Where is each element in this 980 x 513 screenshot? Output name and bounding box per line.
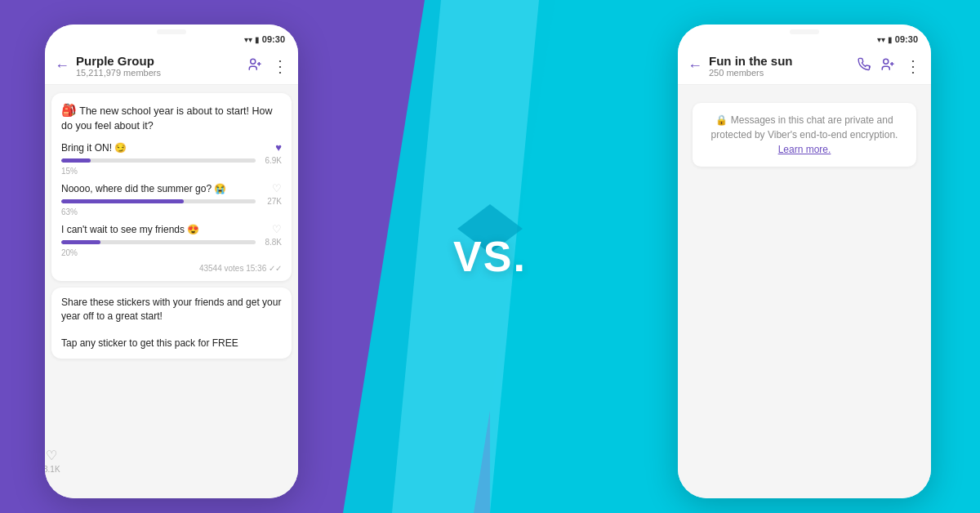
- left-chat-header: ← Purple Group 15,211,979 members ⋮: [45, 47, 298, 85]
- sticker-card: Share these stickers with your friends a…: [51, 288, 292, 359]
- right-battery-icon: ▮: [888, 35, 893, 44]
- poll-bar-3: [61, 240, 100, 244]
- left-back-button[interactable]: ←: [55, 57, 69, 74]
- encryption-icon: 🔒: [715, 114, 728, 126]
- poll-question: 🎒 The new school year is about to start!…: [61, 101, 282, 133]
- left-status-icons: ▾▾ ▮ 09:30: [244, 34, 285, 44]
- encryption-text: Messages in this chat are private and pr…: [711, 114, 898, 141]
- poll-count-2: 27K: [259, 197, 282, 206]
- battery-icon: ▮: [255, 35, 260, 44]
- left-status-bar: ▾▾ ▮ 09:30: [45, 25, 298, 47]
- more-options-icon[interactable]: ⋮: [272, 56, 288, 76]
- right-header-info: Fun in the sun 250 members: [709, 54, 850, 78]
- right-phone: ▾▾ ▮ 09:30 ← Fun in the sun 250 members: [678, 25, 931, 498]
- right-time: 09:30: [895, 34, 918, 44]
- right-add-member-icon[interactable]: [880, 57, 895, 75]
- poll-percent-2: 63%: [61, 207, 282, 216]
- poll-bar-2: [61, 199, 184, 203]
- right-header-actions: ⋮: [857, 56, 921, 76]
- poll-option-2-label: Noooo, where did the summer go? 😭: [61, 183, 226, 194]
- poll-card: 🎒 The new school year is about to start!…: [51, 93, 292, 281]
- like-float[interactable]: ♡ 3.1K: [45, 448, 60, 474]
- poll-like-2[interactable]: ♡: [272, 182, 282, 194]
- like-float-count: 3.1K: [45, 465, 60, 474]
- poll-percent-1: 15%: [61, 167, 282, 176]
- left-header-info: Purple Group 15,211,979 members: [76, 54, 241, 78]
- left-chat-subtitle: 15,211,979 members: [76, 68, 241, 78]
- svg-point-6: [884, 59, 889, 64]
- right-more-options-icon[interactable]: ⋮: [905, 56, 921, 76]
- call-icon[interactable]: [857, 57, 871, 74]
- poll-option-3-label: I can't wait to see my friends 😍: [61, 224, 199, 235]
- poll-like-1[interactable]: ♥: [275, 141, 282, 154]
- poll-option-1[interactable]: Bring it ON! 😏 ♥ 6.9K 15%: [61, 141, 282, 176]
- left-chat-title: Purple Group: [76, 54, 241, 68]
- right-wifi-icon: ▾▾: [877, 35, 885, 44]
- notch: [157, 29, 186, 34]
- left-chat-body: 🎒 The new school year is about to start!…: [45, 85, 298, 498]
- sticker-text: Share these stickers with your friends a…: [61, 296, 282, 350]
- right-status-icons: ▾▾ ▮ 09:30: [877, 34, 918, 44]
- svg-point-3: [251, 59, 256, 64]
- left-header-actions: ⋮: [247, 56, 288, 76]
- right-notch: [790, 29, 819, 34]
- right-chat-header: ← Fun in the sun 250 members ⋮: [678, 47, 931, 85]
- right-chat-subtitle: 250 members: [709, 68, 850, 78]
- right-chat-title: Fun in the sun: [709, 54, 850, 68]
- poll-percent-3: 20%: [61, 248, 282, 257]
- add-member-icon[interactable]: [247, 57, 262, 75]
- learn-more-link[interactable]: Learn more.: [778, 144, 831, 155]
- encryption-notice: 🔒 Messages in this chat are private and …: [693, 103, 916, 167]
- vs-label: VS.: [453, 232, 527, 281]
- poll-option-2[interactable]: Noooo, where did the summer go? 😭 ♡ 27K …: [61, 182, 282, 216]
- right-chat-body: 🔒 Messages in this chat are private and …: [678, 85, 931, 498]
- wifi-icon: ▾▾: [244, 35, 252, 44]
- poll-count-1: 6.9K: [259, 156, 282, 165]
- poll-count-3: 8.8K: [259, 238, 282, 247]
- poll-like-3[interactable]: ♡: [272, 223, 282, 235]
- poll-bar-1: [61, 158, 91, 163]
- poll-option-3[interactable]: I can't wait to see my friends 😍 ♡ 8.8K …: [61, 223, 282, 257]
- left-phone: ▾▾ ▮ 09:30 ← Purple Group 15,211,979 mem…: [45, 25, 298, 498]
- time-left: 09:30: [262, 34, 285, 44]
- poll-meta: 43544 votes 15:36 ✓✓: [61, 264, 282, 273]
- right-back-button[interactable]: ←: [688, 57, 702, 74]
- right-status-bar: ▾▾ ▮ 09:30: [678, 25, 931, 47]
- like-float-icon: ♡: [46, 448, 57, 463]
- poll-option-1-label: Bring it ON! 😏: [61, 142, 127, 154]
